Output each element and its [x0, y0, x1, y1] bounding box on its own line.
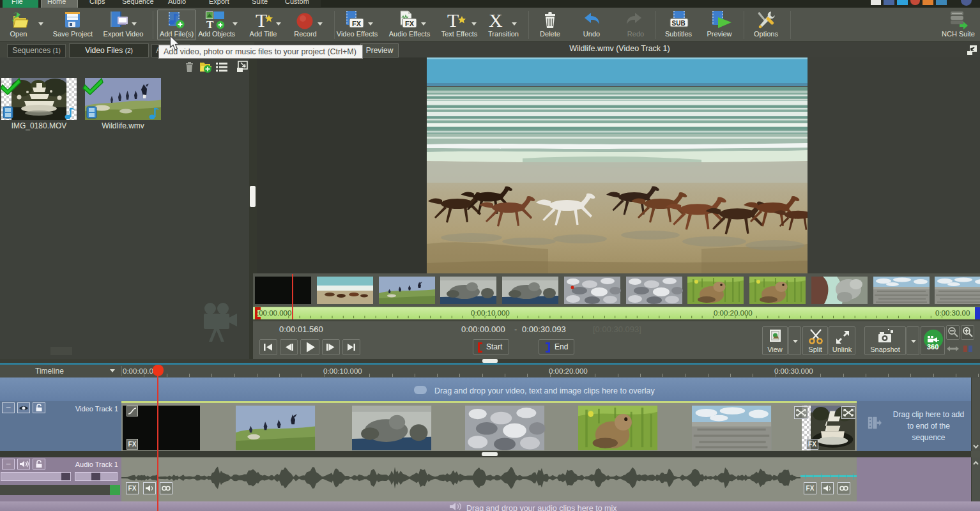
svg-text:360: 360 — [927, 343, 938, 351]
svg-text:FX: FX — [352, 20, 362, 27]
svg-text:SUB: SUB — [672, 20, 685, 27]
svg-text:X: X — [489, 10, 503, 30]
svg-text:FX: FX — [405, 20, 415, 27]
svg-text:T: T — [447, 10, 459, 30]
svg-text:T: T — [256, 10, 267, 30]
svg-text:T: T — [206, 19, 214, 30]
